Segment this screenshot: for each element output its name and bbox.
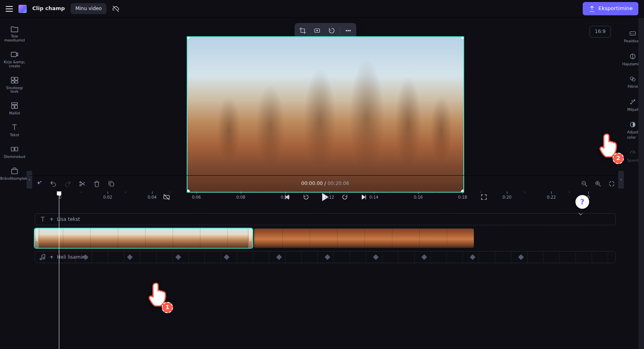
folder-icon [10, 24, 19, 33]
fit-button[interactable] [311, 25, 323, 37]
svg-rect-9 [15, 147, 18, 151]
undo-icon [50, 180, 57, 187]
zoom-out-button[interactable] [580, 180, 588, 188]
sidebar-item-label: Mallid [9, 112, 20, 116]
svg-rect-7 [15, 105, 17, 108]
ruler-tick: 0:14 [369, 191, 378, 200]
right-item-label: Mõjud [627, 107, 638, 112]
camera-icon [10, 50, 19, 59]
sidebar-item-text[interactable]: Tekst [0, 120, 29, 141]
text-track[interactable]: + Lisa tekst [35, 213, 616, 225]
zoom-in-button[interactable] [594, 180, 602, 188]
right-item-label: Adjust color [627, 130, 638, 140]
svg-rect-4 [15, 81, 18, 83]
ai-button[interactable] [35, 180, 43, 188]
captions-icon [629, 30, 636, 37]
export-button[interactable]: Eksportimine [583, 2, 638, 15]
sidebar-item-content-library[interactable]: Sisuteegi teek [0, 73, 29, 98]
playhead[interactable] [59, 191, 59, 349]
right-item-adjust-color[interactable]: Adjust color [626, 117, 639, 144]
ruler-tick: 0:10 [281, 191, 290, 200]
crop-button[interactable] [296, 25, 309, 37]
pip-icon [328, 27, 335, 34]
video-clip-1[interactable] [35, 229, 252, 248]
sparkle-icon [35, 180, 42, 187]
timecode-display: 00:00.00 / 00:20.06 [301, 180, 349, 187]
split-button[interactable] [78, 180, 86, 188]
aspect-ratio-button[interactable]: 16:9 [590, 26, 611, 37]
effects-icon [629, 98, 636, 106]
right-sidebar-collapse[interactable]: ‹ [618, 171, 624, 189]
fit-icon [313, 27, 321, 34]
left-sidebar: Teie meediumid Kirje &amp; create Sisute… [0, 18, 29, 349]
text-icon [39, 216, 46, 223]
redo-button[interactable] [64, 180, 72, 188]
right-item-speed[interactable]: Speed [626, 145, 639, 167]
music-icon [39, 253, 46, 261]
sidebar-item-templates[interactable]: Mallid [0, 98, 29, 119]
scissors-icon [79, 180, 86, 187]
brand-kit-icon [10, 166, 19, 175]
text-icon [10, 123, 19, 132]
zoom-out-icon [581, 180, 588, 187]
menu-button[interactable] [6, 6, 13, 12]
templates-icon [10, 101, 19, 110]
crop-icon [299, 27, 306, 34]
sidebar-item-label: Üleminekud [4, 155, 25, 159]
library-icon [10, 76, 19, 85]
right-item-effects[interactable]: Mõjud [626, 94, 639, 116]
ruler-tick: 0:22 [547, 191, 556, 200]
sidebar-item-record-create[interactable]: Kirje &amp; create [0, 47, 29, 72]
window-scrollbar[interactable] [638, 18, 644, 349]
preview-canvas[interactable] [187, 36, 464, 193]
resize-handle-tl[interactable] [187, 36, 190, 39]
sidebar-item-brand-kit[interactable]: Brändikomplekt [0, 163, 29, 184]
trash-icon [93, 180, 100, 187]
ruler-tick: 0 [587, 191, 590, 200]
undo-button[interactable] [49, 180, 57, 188]
audio-track[interactable]: + Heli lisamine [35, 251, 616, 263]
stage-more-button[interactable] [342, 25, 354, 37]
zoom-fit-button[interactable] [608, 180, 616, 188]
redo-icon [64, 180, 71, 187]
video-clip-2[interactable] [254, 229, 474, 248]
sidebar-item-your-media[interactable]: Teie meediumid [0, 21, 29, 46]
timeline-ruler[interactable]: 0 0:02 0:04 0:06 0:08 0:10 0:12 0:14 0:1… [29, 191, 621, 202]
project-title-chip[interactable]: Minu video [71, 3, 107, 14]
svg-rect-5 [12, 103, 18, 105]
timeline[interactable]: 0 0:02 0:04 0:06 0:08 0:10 0:12 0:14 0:1… [29, 191, 621, 349]
sidebar-item-label: Teie meediumid [1, 35, 28, 43]
ruler-tick: 0:06 [192, 191, 201, 200]
video-track[interactable] [35, 229, 616, 248]
svg-point-14 [349, 30, 350, 31]
svg-rect-19 [110, 183, 114, 186]
duplicate-button[interactable] [107, 180, 115, 188]
text-track-hint: Lisa tekst [57, 216, 80, 223]
svg-point-16 [40, 181, 41, 182]
cloud-sync-off-icon [112, 5, 119, 12]
right-item-label: Speed [627, 158, 638, 163]
ruler-tick: 0:08 [236, 191, 245, 200]
filters-icon [629, 75, 636, 83]
sidebar-item-label: Sisuteegi teek [6, 86, 23, 94]
svg-rect-22 [630, 32, 636, 35]
sidebar-item-transitions[interactable]: Üleminekud [0, 141, 29, 162]
svg-rect-6 [12, 105, 14, 108]
resize-handle-tr[interactable] [461, 36, 464, 39]
right-item-filters[interactable]: Filtrid [627, 71, 639, 93]
delete-button[interactable] [93, 180, 101, 188]
zoom-in-icon [594, 180, 602, 187]
fade-icon [629, 53, 636, 60]
timecode-current: 00:00.00 [301, 181, 323, 186]
right-item-label: Filtrid [628, 84, 638, 89]
timecode-duration: 00:20.06 [327, 181, 349, 186]
pip-button[interactable] [325, 25, 338, 37]
svg-rect-2 [15, 77, 18, 80]
sidebar-item-label: Tekst [10, 133, 19, 137]
zoom-fit-icon [608, 180, 615, 187]
svg-rect-0 [11, 52, 17, 56]
more-icon [344, 27, 352, 34]
speed-icon [629, 149, 636, 156]
app-name: Clip champ [32, 5, 65, 12]
ruler-tick: 0:04 [148, 191, 156, 200]
